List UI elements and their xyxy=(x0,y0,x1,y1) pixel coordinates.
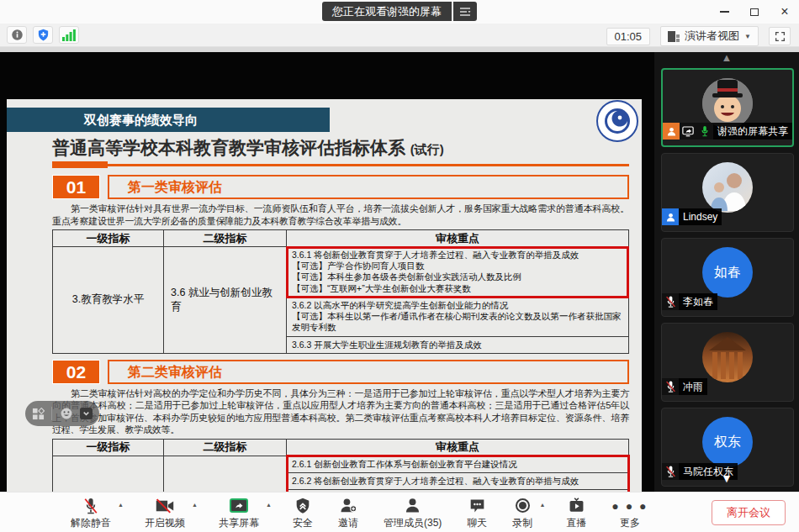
person-icon xyxy=(405,497,421,514)
table-row: 2.培养过程 2.6 创新创业教育 2.6.1 创新创业教育工作体系与创新创业教… xyxy=(53,456,629,492)
chevron-up-icon[interactable]: ▲ xyxy=(539,502,545,508)
annotation-collapse-icon[interactable] xyxy=(80,408,93,419)
focus-cell: 3.6.1 将创新创业教育贯穿于人才培养全过程、融入专业教育的举措及成效 【可选… xyxy=(287,247,629,354)
section-1-header: 01 第一类审核评估 xyxy=(52,175,629,199)
section-1-heading: 第一类审核评估 xyxy=(108,175,629,199)
toolbar-label: 邀请 xyxy=(338,516,358,530)
participant-name-tag: 李如春 xyxy=(662,293,717,310)
topbar-status-icons xyxy=(7,26,79,44)
reaction-smiley-icon[interactable] xyxy=(60,407,73,420)
scroll-down-button[interactable]: ▼ xyxy=(654,471,799,485)
more-button[interactable]: ● ● ● 更多 xyxy=(611,497,648,530)
banner-menu-icon[interactable] xyxy=(453,2,477,21)
participant-tile[interactable]: 如春 李如春 xyxy=(661,238,794,317)
participant-name: 谢强的屏幕共享 xyxy=(713,123,792,140)
focus-item: 2.6.2 将创新创业教育贯穿于人才培养全过程、融入专业教育的举措与成效 xyxy=(287,473,628,490)
more-dots-icon: ● ● ● xyxy=(611,497,648,514)
live-stream-button[interactable]: 直播 xyxy=(566,497,586,530)
participant-tile[interactable]: 冲雨 xyxy=(661,323,794,402)
window-titlebar: 您正在观看谢强的屏幕 × xyxy=(0,0,799,24)
participant-name-tag: 谢强的屏幕共享 xyxy=(663,123,792,140)
toolbar-label: 直播 xyxy=(566,516,586,530)
view-mode-button[interactable]: 演讲者视图 ▼ xyxy=(660,26,759,46)
section-1-number: 01 xyxy=(52,175,100,199)
screen-share-icon xyxy=(680,123,696,140)
toolbar-label: 管理成员(35) xyxy=(384,516,442,530)
security-button[interactable]: 安全 xyxy=(293,497,313,530)
toolbar-label: 安全 xyxy=(293,516,313,530)
participant-tile[interactable]: Lindsey xyxy=(661,153,794,232)
focus-cell-highlighted: 2.6.1 创新创业教育工作体系与创新创业教育平台建设情况 2.6.2 将创新创… xyxy=(287,456,629,492)
watching-banner-text: 您正在观看谢强的屏幕 xyxy=(322,2,452,21)
slide-corner-banner: 双创赛事的绩效导向 xyxy=(7,108,330,132)
record-icon xyxy=(516,497,530,514)
avatar xyxy=(702,78,753,129)
toolbar-items: 解除静音 ▲ 开启视频 ▲ 共享屏幕 ▲ 安全 xyxy=(71,497,648,530)
annotation-shapes-icon[interactable] xyxy=(32,408,45,420)
chevron-up-icon[interactable]: ▲ xyxy=(192,502,198,508)
screen-share-active-icon xyxy=(230,497,248,514)
leave-meeting-button[interactable]: 离开会议 xyxy=(712,500,786,525)
scroll-up-button[interactable]: ▲ xyxy=(654,52,799,64)
layout-icon xyxy=(668,31,680,42)
annotation-toolbar[interactable] xyxy=(25,401,99,426)
avatar: 权东 xyxy=(702,417,753,467)
meeting-timer: 01:05 xyxy=(606,28,651,45)
member-badge-icon xyxy=(662,208,679,225)
section-2-description: 第二类审核评估针对高校的办学定位和办学历史不同，具体分为三种：一是适用于已参加过… xyxy=(52,387,629,436)
section-2-header: 02 第二类审核评估 xyxy=(52,360,629,384)
section-1-table: 一级指标 二级指标 审核重点 3.教育教学水平 3.6 就业与创新创业教育 3.… xyxy=(52,229,629,354)
header-level1: 一级指标 xyxy=(53,230,164,247)
level1-cell: 2.培养过程 xyxy=(53,456,164,492)
level2-cell: 2.6 创新创业教育 xyxy=(164,456,287,492)
fullscreen-button[interactable] xyxy=(769,27,791,45)
level2-cell: 3.6 就业与创新创业教育 xyxy=(164,247,287,354)
table-header-row: 一级指标 二级指标 审核重点 xyxy=(53,230,629,247)
maximize-button[interactable] xyxy=(749,6,760,18)
camera-off-icon xyxy=(156,497,174,514)
focus-item-highlighted: 3.6.1 将创新创业教育贯穿于人才培养全过程、融入专业教育的举措及成效 【可选… xyxy=(287,247,628,298)
record-button[interactable]: 录制 ▲ xyxy=(512,497,532,530)
level1-cell: 3.教育教学水平 xyxy=(53,247,164,354)
watching-banner: 您正在观看谢强的屏幕 xyxy=(322,2,477,21)
unmute-button[interactable]: 解除静音 ▲ xyxy=(71,497,111,530)
toolbar-label: 更多 xyxy=(620,516,640,530)
meeting-info-icon[interactable] xyxy=(7,26,27,44)
participant-name-tag: 冲雨 xyxy=(662,378,707,395)
participants-sidebar: ▲ 谢强的屏幕共享 xyxy=(654,47,799,492)
screen-share-view: 双创赛事的绩效导向 普通高等学校本科教育教学审核评估指标体系 (试行) 01 第… xyxy=(0,47,654,492)
participant-name: 李如春 xyxy=(679,293,717,310)
live-tv-icon xyxy=(569,497,585,514)
participant-name-tag: Lindsey xyxy=(662,208,722,225)
start-video-button[interactable]: 开启视频 ▲ xyxy=(145,497,185,530)
share-screen-button[interactable]: 共享屏幕 ▲ xyxy=(219,497,259,530)
meeting-bottom-toolbar: 解除静音 ▲ 开启视频 ▲ 共享屏幕 ▲ 安全 xyxy=(0,492,799,532)
participant-tiles: 谢强的屏幕共享 Lindsey 如春 xyxy=(661,68,794,492)
avatar-initials: 权东 xyxy=(714,434,741,451)
top-divider xyxy=(0,47,799,52)
section-2-heading: 第二类审核评估 xyxy=(108,360,629,384)
focus-item: 2.6.1 创新创业教育工作体系与创新创业教育平台建设情况 xyxy=(287,456,628,473)
mic-on-icon xyxy=(696,123,713,140)
minimize-button[interactable] xyxy=(718,6,730,18)
meeting-main-area: 双创赛事的绩效导向 普通高等学校本科教育教学审核评估指标体系 (试行) 01 第… xyxy=(0,47,799,492)
manage-members-button[interactable]: 管理成员(35) xyxy=(384,497,442,530)
mic-muted-icon xyxy=(662,293,679,310)
presentation-slide: 双创赛事的绩效导向 普通高等学校本科教育教学审核评估指标体系 (试行) 01 第… xyxy=(7,99,642,492)
network-signal-icon[interactable] xyxy=(59,26,79,44)
health-shield-icon[interactable] xyxy=(33,26,53,44)
participant-tile-sharer[interactable]: 谢强的屏幕共享 xyxy=(661,68,794,147)
header-level2: 二级指标 xyxy=(164,439,287,456)
section-2-number: 02 xyxy=(52,360,100,384)
chevron-up-icon[interactable]: ▲ xyxy=(266,502,272,508)
invite-button[interactable]: 邀请 xyxy=(338,497,358,530)
toolbar-label: 共享屏幕 xyxy=(219,516,259,530)
avatar-initials: 如春 xyxy=(714,264,741,282)
topbar-view-controls: 01:05 演讲者视图 ▼ xyxy=(606,26,791,46)
chevron-up-icon[interactable]: ▲ xyxy=(118,502,124,508)
header-level2: 二级指标 xyxy=(164,230,287,247)
chat-button[interactable]: 聊天 xyxy=(467,497,487,530)
close-button[interactable]: × xyxy=(779,6,791,18)
participant-name: 冲雨 xyxy=(679,378,707,395)
title-underline xyxy=(52,161,629,171)
